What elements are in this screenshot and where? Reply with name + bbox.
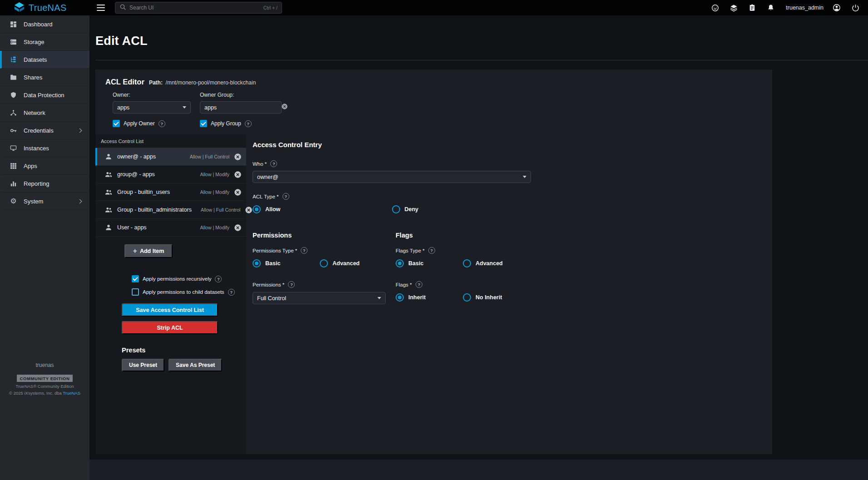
sidebar-item-label: Dashboard — [24, 21, 53, 28]
sidebar-item-label: Apps — [24, 163, 37, 169]
remove-icon[interactable] — [234, 171, 242, 178]
acl-entry-row[interactable]: Group - builtin_administrators Allow | F… — [95, 201, 246, 219]
sidebar-item-shares[interactable]: Shares — [0, 69, 89, 86]
remove-icon[interactable] — [234, 224, 242, 232]
acl-entry-row[interactable]: Group - builtin_users Allow | Modify — [95, 183, 246, 201]
sidebar-item-apps[interactable]: Apps — [0, 157, 89, 175]
acl-entry-name: group@ - apps — [117, 171, 155, 178]
apply-recursively-checkbox[interactable] — [132, 275, 139, 282]
acl-entry-name: owner@ - apps — [117, 153, 156, 160]
acl-entry-name: Group - builtin_users — [117, 189, 170, 195]
search-bar[interactable]: Ctrl + / — [115, 2, 282, 14]
search-input[interactable] — [129, 5, 260, 11]
sidebar-item-system[interactable]: ⚙ System — [0, 193, 89, 210]
help-icon[interactable] — [270, 160, 277, 167]
page-title: Edit ACL — [89, 15, 868, 48]
search-shortcut-hint: Ctrl + / — [263, 5, 278, 10]
apply-owner-checkbox[interactable] — [113, 120, 120, 127]
apply-child-datasets-checkbox[interactable] — [132, 288, 139, 296]
help-icon[interactable] — [428, 247, 435, 254]
alerts-bell-icon[interactable] — [765, 2, 776, 13]
remove-icon[interactable] — [234, 188, 242, 196]
flags-advanced-radio[interactable] — [463, 259, 471, 267]
permissions-advanced-radio[interactable] — [320, 259, 328, 267]
acl-entry-permissions: Allow | Full Control — [201, 207, 240, 213]
sidebar-item-credentials[interactable]: Credentials — [0, 122, 89, 139]
dashboard-icon — [9, 20, 18, 29]
acl-entry-row[interactable]: User - apps Allow | Modify — [95, 219, 246, 237]
layers-icon[interactable] — [728, 2, 739, 13]
shield-icon — [9, 91, 18, 99]
help-icon[interactable] — [301, 247, 308, 254]
sidebar-item-data-protection[interactable]: Data Protection — [0, 86, 89, 104]
sidebar-item-instances[interactable]: Instances — [0, 139, 89, 157]
user-circle-icon[interactable] — [831, 2, 842, 13]
sidebar-item-label: System — [24, 198, 43, 205]
inherit-radio[interactable] — [396, 293, 404, 302]
sidebar-item-dashboard[interactable]: Dashboard — [0, 15, 89, 33]
use-preset-button[interactable]: Use Preset — [122, 359, 164, 371]
acl-entry-row[interactable]: owner@ - apps Allow | Full Control — [95, 148, 246, 166]
sidebar-footer: truenas COMMUNITY EDITION TrueNAS® Commu… — [0, 362, 89, 396]
topbar: TrueNAS Ctrl + / — [0, 0, 868, 15]
apply-group-checkbox[interactable] — [200, 120, 207, 127]
help-icon[interactable] — [416, 281, 422, 288]
save-as-preset-button[interactable]: Save As Preset — [169, 359, 222, 371]
username-label[interactable]: truenas_admin — [786, 5, 823, 11]
permissions-label: Permissions * — [253, 282, 284, 287]
strip-acl-button[interactable]: Strip ACL — [122, 321, 218, 334]
group-icon — [104, 170, 113, 178]
power-icon[interactable] — [850, 2, 861, 13]
group-icon — [104, 188, 113, 196]
access-control-entry-panel: Access Control Entry Who * owner@ ACL Ty… — [246, 134, 772, 454]
clear-icon[interactable] — [281, 103, 288, 112]
flags-basic-label: Basic — [408, 260, 423, 267]
chevron-down-icon — [183, 106, 186, 109]
sidebar-item-label: Reporting — [24, 180, 49, 187]
truenas-logo[interactable]: TrueNAS — [0, 1, 89, 15]
acl-list-panel: Access Control List owner@ - apps Allow … — [95, 134, 246, 454]
help-icon[interactable] — [288, 281, 295, 288]
permissions-select[interactable]: Full Control — [253, 292, 386, 304]
permissions-basic-radio[interactable] — [253, 259, 261, 267]
sidebar: Dashboard Storage — [0, 15, 89, 480]
save-acl-button[interactable]: Save Access Control List — [122, 303, 218, 317]
permissions-heading: Permissions — [253, 232, 396, 239]
allow-radio[interactable] — [253, 205, 261, 213]
sidebar-item-label: Credentials — [24, 127, 54, 134]
chevron-down-icon — [377, 297, 381, 299]
help-icon[interactable] — [215, 276, 222, 282]
flags-advanced-label: Advanced — [476, 260, 503, 267]
acl-list-heading: Access Control List — [95, 134, 246, 148]
help-icon[interactable] — [159, 120, 165, 127]
permissions-basic-label: Basic — [265, 260, 280, 267]
search-icon — [119, 4, 126, 12]
jobs-clipboard-icon[interactable] — [747, 2, 758, 13]
help-icon[interactable] — [228, 289, 235, 296]
menu-icon[interactable] — [97, 5, 105, 11]
feedback-smiley-icon[interactable] — [709, 2, 720, 13]
owner-group-input[interactable] — [204, 104, 278, 111]
owner-select[interactable]: apps — [113, 101, 191, 114]
flags-basic-radio[interactable] — [396, 259, 404, 267]
copyright-brand-link[interactable]: TrueNAS — [63, 391, 80, 396]
deny-radio-label: Deny — [405, 206, 419, 213]
sidebar-item-network[interactable]: Network — [0, 104, 89, 122]
flags-section: Flags Flags Type * Basic — [396, 232, 539, 304]
who-select[interactable]: owner@ — [253, 171, 531, 183]
help-icon[interactable] — [283, 193, 289, 200]
remove-icon[interactable] — [234, 153, 242, 161]
main-content: Edit ACL ACL Editor Path: /mnt/monero-po… — [89, 15, 868, 480]
sidebar-item-storage[interactable]: Storage — [0, 33, 89, 51]
sidebar-item-datasets[interactable]: Datasets — [0, 51, 89, 69]
allow-radio-label: Allow — [265, 206, 280, 213]
help-icon[interactable] — [245, 120, 252, 127]
sidebar-item-reporting[interactable]: Reporting — [0, 175, 89, 193]
apply-recursively-label: Apply permissions recursively — [143, 276, 211, 282]
add-item-button[interactable]: +Add Item — [124, 244, 173, 258]
no-inherit-radio[interactable] — [463, 293, 471, 302]
chevron-right-icon — [78, 199, 82, 203]
deny-radio[interactable] — [392, 205, 400, 213]
storage-icon — [9, 38, 18, 46]
acl-entry-row[interactable]: group@ - apps Allow | Modify — [95, 166, 246, 183]
